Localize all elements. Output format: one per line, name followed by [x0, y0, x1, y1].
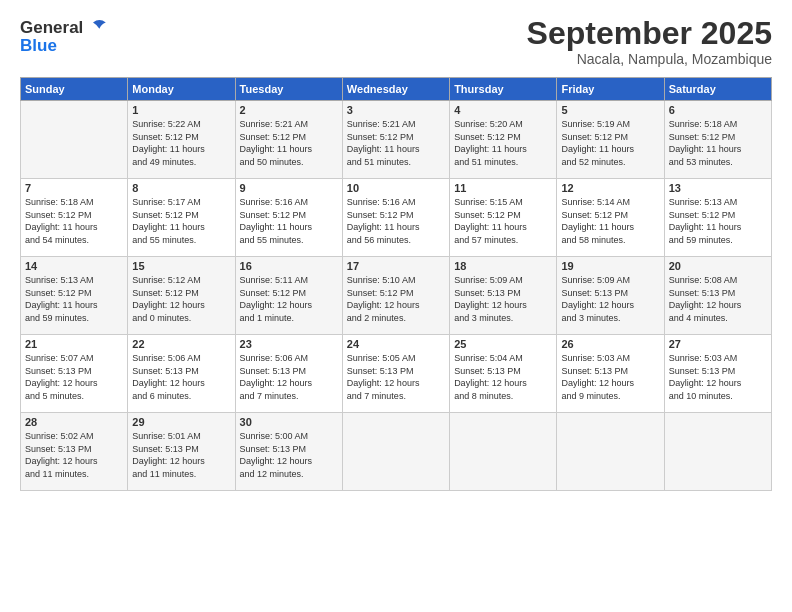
day-info-line: Sunset: 5:12 PM [132, 209, 230, 222]
day-number: 26 [561, 338, 659, 350]
calendar-week-row: 28Sunrise: 5:02 AMSunset: 5:13 PMDayligh… [21, 413, 772, 491]
day-info-line: Sunset: 5:13 PM [454, 287, 552, 300]
col-header-saturday: Saturday [664, 78, 771, 101]
day-info-line: Sunset: 5:13 PM [347, 365, 445, 378]
day-info: Sunrise: 5:16 AMSunset: 5:12 PMDaylight:… [347, 196, 445, 246]
calendar-week-row: 1Sunrise: 5:22 AMSunset: 5:12 PMDaylight… [21, 101, 772, 179]
calendar-cell: 9Sunrise: 5:16 AMSunset: 5:12 PMDaylight… [235, 179, 342, 257]
day-info-line: Sunrise: 5:22 AM [132, 118, 230, 131]
day-info-line: Sunset: 5:13 PM [132, 443, 230, 456]
day-number: 12 [561, 182, 659, 194]
day-number: 7 [25, 182, 123, 194]
day-info: Sunrise: 5:09 AMSunset: 5:13 PMDaylight:… [561, 274, 659, 324]
calendar-cell: 15Sunrise: 5:12 AMSunset: 5:12 PMDayligh… [128, 257, 235, 335]
calendar-cell: 4Sunrise: 5:20 AMSunset: 5:12 PMDaylight… [450, 101, 557, 179]
calendar-cell: 27Sunrise: 5:03 AMSunset: 5:13 PMDayligh… [664, 335, 771, 413]
calendar-cell: 22Sunrise: 5:06 AMSunset: 5:13 PMDayligh… [128, 335, 235, 413]
day-info-line: Daylight: 12 hours [25, 377, 123, 390]
day-info-line: Sunrise: 5:09 AM [454, 274, 552, 287]
day-info-line: Sunset: 5:13 PM [240, 443, 338, 456]
day-info-line: Daylight: 12 hours [132, 455, 230, 468]
day-info-line: Sunset: 5:13 PM [240, 365, 338, 378]
day-info-line: Sunset: 5:12 PM [347, 209, 445, 222]
day-number: 3 [347, 104, 445, 116]
day-info-line: Daylight: 11 hours [454, 221, 552, 234]
day-info-line: Sunrise: 5:16 AM [240, 196, 338, 209]
day-info-line: Sunrise: 5:13 AM [669, 196, 767, 209]
day-number: 15 [132, 260, 230, 272]
logo: General Blue [20, 16, 109, 56]
calendar-cell: 16Sunrise: 5:11 AMSunset: 5:12 PMDayligh… [235, 257, 342, 335]
calendar-table: SundayMondayTuesdayWednesdayThursdayFrid… [20, 77, 772, 491]
day-number: 2 [240, 104, 338, 116]
logo-bird-icon [85, 16, 109, 40]
day-info: Sunrise: 5:07 AMSunset: 5:13 PMDaylight:… [25, 352, 123, 402]
col-header-thursday: Thursday [450, 78, 557, 101]
day-info-line: Daylight: 11 hours [132, 143, 230, 156]
day-info: Sunrise: 5:04 AMSunset: 5:13 PMDaylight:… [454, 352, 552, 402]
day-info-line: Daylight: 12 hours [132, 299, 230, 312]
day-info: Sunrise: 5:22 AMSunset: 5:12 PMDaylight:… [132, 118, 230, 168]
day-number: 13 [669, 182, 767, 194]
day-info-line: Sunrise: 5:13 AM [25, 274, 123, 287]
day-info-line: Daylight: 11 hours [561, 221, 659, 234]
day-info-line: Sunrise: 5:05 AM [347, 352, 445, 365]
day-info-line: Sunrise: 5:03 AM [561, 352, 659, 365]
day-info-line: and 7 minutes. [347, 390, 445, 403]
day-info-line: and 11 minutes. [132, 468, 230, 481]
day-number: 16 [240, 260, 338, 272]
calendar-cell: 29Sunrise: 5:01 AMSunset: 5:13 PMDayligh… [128, 413, 235, 491]
calendar-week-row: 7Sunrise: 5:18 AMSunset: 5:12 PMDaylight… [21, 179, 772, 257]
day-info-line: and 58 minutes. [561, 234, 659, 247]
calendar-cell: 17Sunrise: 5:10 AMSunset: 5:12 PMDayligh… [342, 257, 449, 335]
calendar-cell: 14Sunrise: 5:13 AMSunset: 5:12 PMDayligh… [21, 257, 128, 335]
day-info-line: Sunrise: 5:01 AM [132, 430, 230, 443]
calendar-cell: 10Sunrise: 5:16 AMSunset: 5:12 PMDayligh… [342, 179, 449, 257]
day-info: Sunrise: 5:20 AMSunset: 5:12 PMDaylight:… [454, 118, 552, 168]
calendar-cell: 20Sunrise: 5:08 AMSunset: 5:13 PMDayligh… [664, 257, 771, 335]
day-info-line: Sunrise: 5:06 AM [132, 352, 230, 365]
day-info-line: Daylight: 12 hours [347, 299, 445, 312]
col-header-wednesday: Wednesday [342, 78, 449, 101]
day-info-line: Sunset: 5:12 PM [561, 131, 659, 144]
day-info: Sunrise: 5:03 AMSunset: 5:13 PMDaylight:… [561, 352, 659, 402]
day-info-line: Sunrise: 5:18 AM [25, 196, 123, 209]
day-info-line: and 49 minutes. [132, 156, 230, 169]
day-info-line: Daylight: 12 hours [454, 377, 552, 390]
day-info: Sunrise: 5:21 AMSunset: 5:12 PMDaylight:… [240, 118, 338, 168]
day-info-line: and 57 minutes. [454, 234, 552, 247]
day-info-line: Sunrise: 5:18 AM [669, 118, 767, 131]
day-info-line: and 12 minutes. [240, 468, 338, 481]
day-info-line: Sunrise: 5:02 AM [25, 430, 123, 443]
day-info-line: Sunset: 5:12 PM [454, 131, 552, 144]
day-info-line: Daylight: 11 hours [347, 143, 445, 156]
day-number: 14 [25, 260, 123, 272]
day-info-line: and 0 minutes. [132, 312, 230, 325]
month-title: September 2025 [527, 16, 772, 51]
day-info-line: and 2 minutes. [347, 312, 445, 325]
calendar-cell: 21Sunrise: 5:07 AMSunset: 5:13 PMDayligh… [21, 335, 128, 413]
calendar-cell: 28Sunrise: 5:02 AMSunset: 5:13 PMDayligh… [21, 413, 128, 491]
day-info-line: Sunrise: 5:06 AM [240, 352, 338, 365]
day-info-line: and 55 minutes. [132, 234, 230, 247]
calendar-cell: 1Sunrise: 5:22 AMSunset: 5:12 PMDaylight… [128, 101, 235, 179]
day-info: Sunrise: 5:15 AMSunset: 5:12 PMDaylight:… [454, 196, 552, 246]
day-info-line: Sunset: 5:12 PM [454, 209, 552, 222]
day-info: Sunrise: 5:12 AMSunset: 5:12 PMDaylight:… [132, 274, 230, 324]
calendar-cell: 25Sunrise: 5:04 AMSunset: 5:13 PMDayligh… [450, 335, 557, 413]
calendar-cell [450, 413, 557, 491]
day-info-line: and 1 minute. [240, 312, 338, 325]
day-number: 20 [669, 260, 767, 272]
day-info-line: Sunset: 5:12 PM [561, 209, 659, 222]
day-info-line: Daylight: 11 hours [240, 143, 338, 156]
day-info: Sunrise: 5:13 AMSunset: 5:12 PMDaylight:… [669, 196, 767, 246]
day-info-line: Daylight: 12 hours [240, 299, 338, 312]
day-info-line: Sunrise: 5:19 AM [561, 118, 659, 131]
calendar-cell: 12Sunrise: 5:14 AMSunset: 5:12 PMDayligh… [557, 179, 664, 257]
day-info-line: Daylight: 12 hours [25, 455, 123, 468]
calendar-cell [557, 413, 664, 491]
day-info-line: Sunrise: 5:00 AM [240, 430, 338, 443]
day-info-line: Daylight: 12 hours [240, 455, 338, 468]
day-info-line: Daylight: 12 hours [561, 377, 659, 390]
day-info-line: and 8 minutes. [454, 390, 552, 403]
